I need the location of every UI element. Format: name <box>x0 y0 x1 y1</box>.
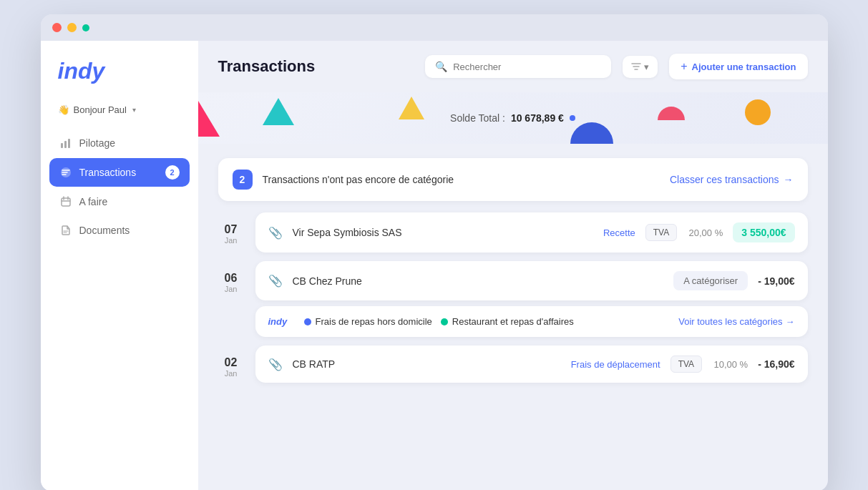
transaction-name: CB RATP <box>293 358 561 370</box>
balance-amount: 10 678,89 € <box>511 112 564 124</box>
filter-chevron: ▾ <box>644 62 649 72</box>
transactions-icon <box>59 166 72 179</box>
table-row[interactable]: 📎 Vir Sepa Symbiosis SAS Recette TVA 20,… <box>255 212 808 253</box>
date-month: Jan <box>218 236 244 245</box>
minimize-dot[interactable] <box>67 23 77 32</box>
main-content: Transactions 🔍 ▾ + Ajouter une transacti… <box>198 41 828 490</box>
categorize-button[interactable]: A catégoriser <box>673 271 748 290</box>
date-month: Jan <box>218 285 244 293</box>
teal-triangle-shape <box>263 98 294 125</box>
classify-link[interactable]: Classer ces transactions → <box>670 174 794 185</box>
sidebar-item-label: A faire <box>79 196 108 207</box>
greeting-text: Bonjour Paul <box>74 104 127 115</box>
chevron-down-icon: ▾ <box>132 106 136 114</box>
balance-banner: Solde Total : 10 678,89 € <box>198 92 828 144</box>
date-label: 06 Jan <box>218 261 244 337</box>
transaction-amount: 3 550,00€ <box>733 222 794 242</box>
suggestion-label: Restaurant et repas d'affaires <box>452 316 574 327</box>
logo: indy <box>41 58 198 99</box>
yellow-triangle-shape <box>399 97 424 119</box>
calendar-icon <box>59 195 72 208</box>
close-dot[interactable] <box>52 23 62 32</box>
suggestion-card: indy Frais de repas hors domicile Restau… <box>255 306 808 337</box>
suggestion-items: Frais de repas hors domicile Restaurant … <box>304 316 669 327</box>
page-title: Transactions <box>218 57 316 76</box>
add-transaction-button[interactable]: + Ajouter une transaction <box>669 54 807 79</box>
svg-rect-0 <box>61 143 63 148</box>
plus-icon: + <box>681 60 687 73</box>
add-button-label: Ajouter une transaction <box>692 62 796 72</box>
svg-rect-1 <box>64 141 67 148</box>
sidebar-item-documents[interactable]: Documents <box>49 217 190 244</box>
transaction-group-02jan: 02 Jan 📎 CB RATP Frais de déplacement TV… <box>218 346 808 383</box>
sidebar-item-label: Transactions <box>79 167 137 178</box>
attachment-icon: 📎 <box>268 226 283 240</box>
date-day: 02 <box>218 356 244 369</box>
tva-rate: 10,00 % <box>712 359 748 370</box>
tva-rate: 20,00 % <box>687 227 723 238</box>
suggestion-item[interactable]: Restaurant et repas d'affaires <box>441 316 574 327</box>
nav-badge: 2 <box>165 165 180 180</box>
content-area: 2 Transactions n'ont pas encore de catég… <box>198 144 828 490</box>
see-all-categories-link[interactable]: Voir toutes les catégories → <box>678 316 794 327</box>
document-icon <box>59 224 72 237</box>
search-icon: 🔍 <box>435 61 447 72</box>
date-day: 07 <box>218 222 244 236</box>
nav-items: Pilotage Transactions 2 <box>41 129 198 244</box>
date-month: Jan <box>218 369 244 378</box>
transaction-items: 📎 CB Chez Prune A catégoriser - 19,00€ i… <box>255 261 808 337</box>
transaction-name: Vir Sepa Symbiosis SAS <box>293 227 593 238</box>
transaction-amount: - 19,00€ <box>758 275 794 287</box>
transaction-group-06jan: 06 Jan 📎 CB Chez Prune A catégoriser - 1… <box>218 261 808 337</box>
suggestion-logo: indy <box>268 316 294 327</box>
table-row[interactable]: 📎 CB RATP Frais de déplacement TVA 10,00… <box>255 346 808 383</box>
filter-icon <box>631 62 641 72</box>
blue-mountain-shape <box>570 122 613 144</box>
transaction-amount: - 16,90€ <box>758 358 794 370</box>
transaction-items: 📎 CB RATP Frais de déplacement TVA 10,00… <box>255 346 808 383</box>
search-input[interactable] <box>453 62 601 72</box>
uncategorized-message: Transactions n'ont pas encore de catégor… <box>263 174 660 185</box>
app-layout: indy 👋 Bonjour Paul ▾ Pilotage <box>41 41 828 490</box>
pink-half-shape <box>658 107 685 120</box>
date-day: 06 <box>218 271 244 285</box>
blue-dot-icon <box>304 318 311 325</box>
attachment-icon: 📎 <box>268 274 283 288</box>
sidebar: indy 👋 Bonjour Paul ▾ Pilotage <box>41 41 198 490</box>
sidebar-item-pilotage[interactable]: Pilotage <box>49 129 190 157</box>
uncategorized-count: 2 <box>233 170 253 190</box>
green-dot-icon <box>441 318 448 325</box>
svg-rect-4 <box>62 198 70 206</box>
transaction-name: CB Chez Prune <box>293 275 664 287</box>
date-label: 02 Jan <box>218 346 244 383</box>
greeting-emoji: 👋 <box>58 104 69 115</box>
attachment-icon: 📎 <box>268 358 283 371</box>
transaction-category: Recette <box>603 227 635 238</box>
sidebar-item-afaire[interactable]: A faire <box>49 188 190 215</box>
sidebar-item-transactions[interactable]: Transactions 2 <box>49 158 190 187</box>
filter-button[interactable]: ▾ <box>623 56 658 78</box>
titlebar <box>41 14 828 41</box>
balance-dot[interactable] <box>570 115 575 121</box>
uncategorized-banner: 2 Transactions n'ont pas encore de catég… <box>218 158 808 201</box>
suggestion-item[interactable]: Frais de repas hors domicile <box>304 316 432 327</box>
svg-rect-2 <box>68 139 70 148</box>
orange-circle-shape <box>745 99 771 125</box>
transactions-section: 07 Jan 📎 Vir Sepa Symbiosis SAS Recette … <box>218 212 808 391</box>
sidebar-item-label: Pilotage <box>79 137 116 149</box>
tva-badge: TVA <box>645 224 677 241</box>
search-bar: 🔍 <box>425 55 611 78</box>
transaction-items: 📎 Vir Sepa Symbiosis SAS Recette TVA 20,… <box>255 212 808 253</box>
balance-label: Solde Total : <box>450 112 505 124</box>
user-greeting[interactable]: 👋 Bonjour Paul ▾ <box>41 99 198 129</box>
sidebar-item-label: Documents <box>79 225 130 236</box>
date-label: 07 Jan <box>218 212 244 253</box>
transaction-category: Frais de déplacement <box>571 359 660 370</box>
table-row[interactable]: 📎 CB Chez Prune A catégoriser - 19,00€ <box>255 261 808 300</box>
transaction-group-07jan: 07 Jan 📎 Vir Sepa Symbiosis SAS Recette … <box>218 212 808 253</box>
suggestion-label: Frais de repas hors domicile <box>316 316 432 327</box>
tva-badge: TVA <box>670 356 702 373</box>
red-triangle-shape <box>198 101 220 137</box>
chart-icon <box>59 137 72 150</box>
maximize-dot[interactable] <box>82 24 89 31</box>
